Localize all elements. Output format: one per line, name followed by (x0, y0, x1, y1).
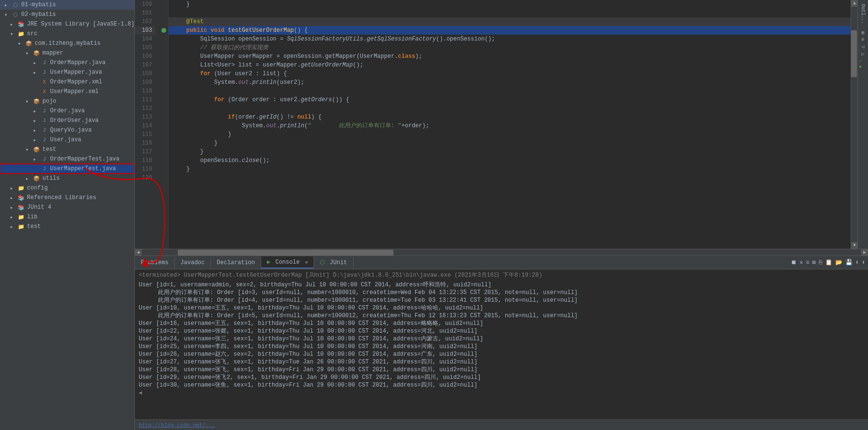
sidebar-item-jre[interactable]: 📚 JRE System Library [JavaSE-1.8] (0, 19, 134, 29)
outline-sort-btn[interactable]: ⊞ (861, 30, 864, 36)
java-icon: J (40, 107, 48, 115)
code-line-111: for (Order order : user2.getOrders()) { (169, 95, 851, 104)
minimize-btn[interactable]: ⬇ (855, 258, 860, 267)
open-btn[interactable]: 📂 (834, 258, 843, 267)
sidebar-item-pojo[interactable]: 📦 pojo (0, 96, 134, 106)
sidebar-item-label: Referenced Libraries (27, 194, 96, 201)
maximize-btn[interactable]: ⬆ (861, 258, 866, 267)
outline-label[interactable]: Outl... (859, 0, 867, 28)
sidebar-item-label: User.java (50, 136, 81, 143)
view-btn[interactable]: ⊞ (811, 258, 816, 267)
scroll-left-btn[interactable]: ◀ (135, 249, 142, 256)
console-content[interactable]: <terminated> UserMapperTest.testGetUserO… (135, 269, 868, 419)
stop-btn[interactable]: ⏹ (790, 258, 798, 267)
sidebar-item-utils[interactable]: 📦 utils (0, 174, 134, 183)
console-line-5: 此用户的订单有订单: Order [id=5, userId=null, num… (139, 312, 864, 320)
sidebar-item-label: OrderMapper.xml (50, 79, 102, 85)
line-num-112: 112 (135, 104, 155, 113)
horizontal-scrollbar[interactable]: ◀ ▶ (135, 249, 868, 255)
sidebar-item-usermapper-xml[interactable]: X UserMapper.xml (0, 87, 134, 96)
java-icon: J (40, 165, 48, 173)
gutter-103 (159, 26, 168, 35)
sidebar-item-ordermapper-java[interactable]: J OrderMapper.java (0, 58, 134, 67)
console-line-12: User [id=28, username=张飞, sex=1, birthda… (139, 366, 864, 374)
spacer (31, 78, 39, 86)
code-line-104: SqlSession openSession = SqlSessionFacto… (169, 35, 851, 43)
filter-btn[interactable]: ≡ (805, 258, 810, 267)
gutter-100 (159, 0, 168, 9)
code-content[interactable]: } @Test public void testGetUserOrderMap(… (169, 0, 851, 249)
tab-problems[interactable]: Problems (135, 257, 175, 268)
arrow-icon (31, 59, 39, 67)
gutter-119 (159, 165, 168, 174)
arrow-icon (8, 203, 15, 211)
h-scroll-track[interactable] (142, 249, 861, 255)
declaration-tab-label: Declaration (217, 259, 255, 266)
tab-javadoc[interactable]: Javadoc (175, 257, 211, 268)
gutter-110 (159, 87, 168, 95)
code-line-113: if(order.getId() != null) { (169, 113, 851, 121)
code-line-108: for (User user2 : list) { (169, 69, 851, 78)
status-url[interactable]: http://blog.csdn.net/... (139, 422, 215, 428)
sidebar-item-user-java[interactable]: J User.java (0, 135, 134, 145)
code-line-118: openSession.close(); (169, 156, 851, 165)
scroll-thumb[interactable] (851, 30, 857, 78)
sidebar-item-01-mybatis[interactable]: ⬡ 01-mybatis (0, 0, 134, 10)
line-num-114: 114 (135, 121, 155, 130)
status-bar: http://blog.csdn.net/... (135, 419, 868, 430)
sidebar-item-test-root[interactable]: 📁 test (0, 222, 134, 231)
gutter-114 (159, 121, 168, 130)
sidebar-item-usermappertest-java[interactable]: J UserMapperTest.java (0, 164, 134, 174)
tab-junit[interactable]: ⬡ JUnit (314, 257, 353, 268)
line-num-111: 111 (135, 95, 155, 104)
sidebar-item-order-java[interactable]: J Order.java (0, 106, 134, 116)
problems-tab-label: Problems (141, 259, 169, 266)
paste-btn[interactable]: 📋 (824, 258, 833, 267)
sidebar-item-config[interactable]: 📁 config (0, 183, 134, 193)
outline-filter-btn[interactable]: ≡ (861, 37, 864, 42)
sidebar-item-orderuser-java[interactable]: J OrderUser.java (0, 116, 134, 125)
sidebar-item-package[interactable]: 📦 com.itzheng.mybatis (0, 39, 134, 48)
sidebar-item-ordermappertest-java[interactable]: J OrderMapperTest.java (0, 154, 134, 164)
scroll-right-btn[interactable]: ▶ (861, 249, 868, 256)
sidebar-item-ordermapper-xml[interactable]: X OrderMapper.xml (0, 77, 134, 87)
tab-declaration[interactable]: Declaration (211, 257, 261, 268)
sidebar-item-label: 02-mybatis (21, 11, 56, 18)
scroll-track[interactable] (851, 7, 857, 242)
arrow-icon (23, 49, 31, 57)
editor-scrollbar[interactable]: ▲ ▼ (851, 0, 857, 249)
editor-area: 100 101 102 103 104 105 106 107 108 109 … (135, 0, 868, 430)
outline-expand-btn[interactable]: ▷ (861, 51, 864, 57)
scroll-down-btn[interactable]: ▼ (851, 242, 858, 249)
clear-btn[interactable]: ✕ (799, 258, 804, 267)
scroll-up-btn[interactable]: ▲ (851, 0, 858, 7)
gutter (159, 0, 169, 249)
sidebar-item-queryvo-java[interactable]: J QueryVo.java (0, 125, 134, 135)
console-line-1: User [id=1, username=admin, sex=2, birth… (139, 281, 864, 289)
sidebar-item-src[interactable]: 📁 src (0, 29, 134, 39)
gutter-112 (159, 104, 168, 113)
save-btn[interactable]: 💾 (844, 258, 854, 267)
sidebar-item-referenced-libraries[interactable]: 📚 Referenced Libraries (0, 193, 134, 202)
code-line-116: } (169, 139, 851, 148)
sidebar-item-usermapper-java[interactable]: J UserMapper.java (0, 67, 134, 77)
gutter-104 (159, 35, 168, 43)
folder-icon: 📁 (17, 223, 25, 230)
line-num-120: 120 (135, 174, 155, 182)
tab-console[interactable]: ▶ Console ✕ (261, 256, 314, 269)
package-icon: 📦 (25, 40, 33, 47)
arrow-icon (31, 107, 39, 115)
sidebar-item-junit4[interactable]: 📚 JUnit 4 (0, 202, 134, 212)
h-scroll-thumb[interactable] (178, 250, 394, 255)
sidebar-item-02-mybatis[interactable]: ⬡ 02-mybatis (0, 10, 134, 19)
copy-btn[interactable]: ⎘ (818, 258, 823, 267)
sidebar-item-lib[interactable]: 📁 lib (0, 212, 134, 222)
sidebar-item-test[interactable]: 📦 test (0, 145, 134, 154)
arrow-icon (31, 117, 39, 124)
sidebar-item-mapper[interactable]: 📦 mapper (0, 48, 134, 58)
arrow-icon (2, 11, 10, 18)
console-line-9: User [id=25, username=李四, sex=1, birthda… (139, 343, 864, 350)
outline-check-btn[interactable]: ✓ ● (859, 58, 867, 69)
console-close-icon[interactable]: ✕ (305, 260, 308, 265)
outline-collapse-btn[interactable]: ◁ (861, 44, 864, 50)
